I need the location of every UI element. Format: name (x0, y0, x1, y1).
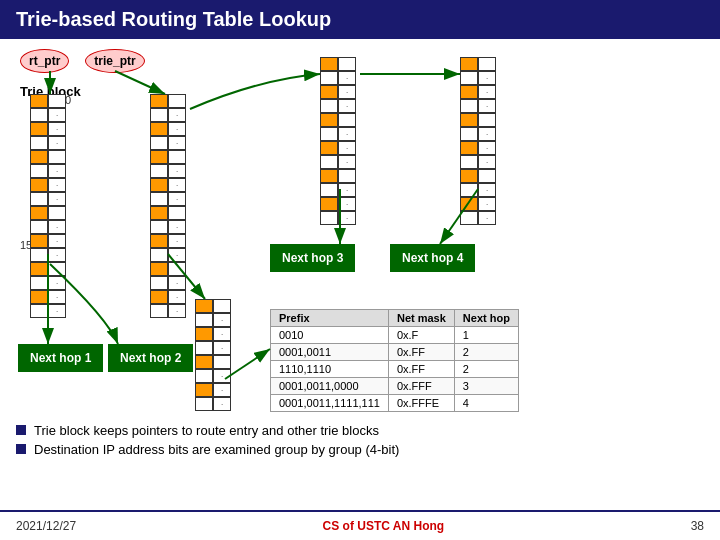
nexthop4-box: Next hop 4 (390, 244, 475, 272)
table-cell: 4 (454, 395, 518, 412)
table-cell: 0x.F (388, 327, 454, 344)
bullet-1: Trie block keeps pointers to route entry… (16, 423, 704, 438)
table-header-nexthop: Next hop (454, 310, 518, 327)
table-cell: 0010 (271, 327, 389, 344)
table-cell: 1 (454, 327, 518, 344)
svg-line-3 (115, 71, 165, 94)
bullet-2-icon (16, 444, 26, 454)
slide: Trie-based Routing Table Lookup rt_ptr t… (0, 0, 720, 540)
main-trie-block: · · · · · · · · · · · · (30, 94, 66, 318)
bullet-1-icon (16, 425, 26, 435)
table-row: 0001,0011,1111,1110x.FFFE4 (271, 395, 519, 412)
footer-center: CS of USTC AN Hong (323, 519, 445, 533)
trie-ptr-label: trie_ptr (85, 49, 144, 73)
table-header-prefix: Prefix (271, 310, 389, 327)
nexthop2-box: Next hop 2 (108, 344, 193, 372)
table-row: 1110,11100x.FF2 (271, 361, 519, 378)
table-cell: 3 (454, 378, 518, 395)
table-cell: 1110,1110 (271, 361, 389, 378)
table-cell: 0x.FFF (388, 378, 454, 395)
footer-date: 2021/12/27 (16, 519, 76, 533)
table-cell: 0x.FFFE (388, 395, 454, 412)
footer: 2021/12/27 CS of USTC AN Hong 38 (0, 510, 720, 540)
table-header-netmask: Net mask (388, 310, 454, 327)
mid-trie-block: · · · · · · · · · · · · (150, 94, 186, 318)
footer-page: 38 (691, 519, 704, 533)
top-right-trie-block: · · · · · · · · · (320, 57, 356, 225)
far-right-trie-block: · · · · · · · · · (460, 57, 496, 225)
table-cell: 0x.FF (388, 361, 454, 378)
routing-table: Prefix Net mask Next hop 00100x.F10001,0… (270, 309, 519, 412)
bullets-section: Trie block keeps pointers to route entry… (16, 423, 704, 461)
table-row: 0001,0011,00000x.FFF3 (271, 378, 519, 395)
table-row: 0001,00110x.FF2 (271, 344, 519, 361)
mid-bottom-trie-block: · · · · · · (195, 299, 231, 411)
content-area: rt_ptr trie_ptr Trie block 0 15 · · · · … (0, 39, 720, 499)
table-cell: 0001,0011,1111,111 (271, 395, 389, 412)
slide-title: Trie-based Routing Table Lookup (0, 0, 720, 39)
table-row: 00100x.F1 (271, 327, 519, 344)
table-cell: 2 (454, 361, 518, 378)
table-cell: 0001,0011,0000 (271, 378, 389, 395)
table-cell: 0x.FF (388, 344, 454, 361)
bullet-2: Destination IP address bits are examined… (16, 442, 704, 457)
table-cell: 0001,0011 (271, 344, 389, 361)
rt-ptr-label: rt_ptr (20, 49, 69, 73)
table-cell: 2 (454, 344, 518, 361)
nexthop3-box: Next hop 3 (270, 244, 355, 272)
nexthop1-box: Next hop 1 (18, 344, 103, 372)
